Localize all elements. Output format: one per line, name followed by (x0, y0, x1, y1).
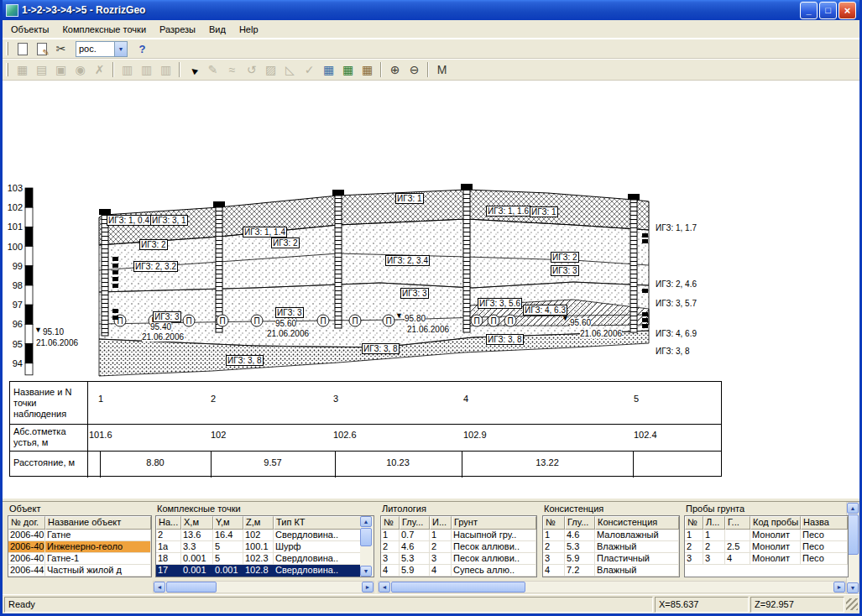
column-header[interactable]: Х,м (181, 516, 213, 530)
menu-item-0[interactable]: Объекты (4, 22, 55, 37)
cut-icon[interactable]: ✂ (51, 40, 71, 58)
table-row[interactable]: 180.0015102.3Свердловина.. (156, 553, 374, 565)
column-header[interactable]: № дог. (8, 516, 45, 530)
table-cell: 102.8 (243, 565, 274, 577)
scroll-up-arrow[interactable]: ▲ (360, 516, 372, 527)
tables-hscrollbar[interactable]: ◄ ► (378, 581, 846, 593)
obs-distance: 8.80 (146, 457, 164, 467)
section-annotation: 95.60 (275, 319, 296, 328)
table-row[interactable]: 11МонолитПесо (685, 530, 848, 541)
table-row[interactable]: 24.62Песок аллюви.. (381, 541, 536, 553)
maximize-button[interactable]: □ (819, 2, 837, 19)
page-icon (18, 43, 28, 55)
minimize-button[interactable]: _ (800, 2, 818, 19)
language-combobox[interactable]: рос. ▼ (76, 41, 128, 57)
toolbar-grip[interactable] (6, 42, 8, 55)
column-header[interactable]: № (381, 516, 400, 530)
section-annotation: ИГЗ: 2, 4.6 (656, 279, 697, 289)
scroll-left-arrow[interactable]: ◄ (379, 582, 390, 593)
table-cell: 2 (703, 541, 725, 553)
menu-item-2[interactable]: Разрезы (153, 22, 202, 37)
section-annotation: ИГЗ: 3, 8 (656, 347, 690, 356)
globe-icon: ◉ (71, 61, 90, 79)
scroll-right-arrow[interactable]: ► (833, 582, 845, 593)
menu-item-4[interactable]: Help (232, 22, 265, 37)
table-row[interactable]: 170.0010.001102.8Свердловина.. (156, 565, 374, 577)
scroll-right-arrow[interactable]: ► (362, 582, 374, 593)
table-cell: 4 (725, 553, 750, 565)
scroll-up-arrow[interactable]: ▲ (847, 503, 859, 514)
column-header[interactable]: Г... (725, 516, 750, 530)
column-header[interactable]: Y,м (213, 516, 243, 530)
toolbar-grip[interactable] (6, 63, 8, 76)
column-header[interactable]: Глу... (565, 516, 595, 530)
resize-grip[interactable] (846, 598, 858, 610)
table-row[interactable]: 1а3.35100.1Шурф (156, 541, 374, 553)
table-cell: Частный жилой д (45, 565, 151, 577)
table-row[interactable]: 14.6Маловлажный (543, 530, 679, 541)
menu-item-1[interactable]: Комплексные точки (55, 22, 153, 37)
points-grid-hscrollbar[interactable]: ◄ ► (153, 581, 374, 593)
scrollbar-thumb[interactable] (166, 582, 217, 593)
table-row[interactable]: 25.3Влажный (543, 541, 679, 553)
section-annotation: ▼ (34, 326, 42, 335)
table-row[interactable]: 45.94Супесь аллю.. (381, 565, 536, 577)
table-cell: 4 (543, 565, 565, 577)
table-row[interactable]: 2006-40Инженерно-геоло (8, 541, 151, 553)
table-row[interactable]: 213.616.4102Свердловина.. (156, 530, 374, 541)
table-row[interactable]: 10.71Насыпной гру.. (381, 530, 536, 541)
table-row[interactable]: 2006-40Гатне (8, 530, 151, 541)
column-header[interactable]: Назва (801, 516, 848, 530)
scale-mode-icon[interactable]: M (432, 61, 452, 79)
grid-vertical-scrollbar[interactable]: ▲▼ (360, 516, 374, 577)
lithology-table-icon[interactable]: ▦ (319, 61, 338, 79)
column-header[interactable]: Л... (703, 516, 725, 530)
close-button[interactable]: × (838, 2, 856, 19)
panel-title: Объект (9, 504, 40, 514)
column-header[interactable]: № (685, 516, 703, 530)
scroll-down-arrow[interactable]: ▼ (360, 566, 372, 577)
scroll-left-arrow[interactable]: ◄ (154, 582, 165, 593)
edit-document-icon[interactable]: ✎ (32, 40, 51, 58)
scroll-down-arrow[interactable]: ▼ (847, 582, 859, 593)
column-header[interactable]: Глу... (400, 516, 430, 530)
column-header[interactable]: Консистенция (595, 516, 679, 530)
new-document-icon[interactable] (13, 40, 32, 58)
column-header[interactable]: Тип КТ (274, 516, 362, 530)
table-cell: Инженерно-геоло (45, 541, 151, 553)
ige-label: ИГЗ: 2 (551, 252, 579, 263)
table-cell: Монолит (750, 530, 801, 541)
zoom-out-icon[interactable]: ⊖ (405, 61, 424, 79)
section-annotation: 95.40 (150, 322, 171, 331)
zoom-in-icon[interactable]: ⊕ (385, 61, 405, 79)
column-header[interactable]: И... (430, 516, 452, 530)
column-header[interactable]: № (543, 516, 565, 530)
table-row[interactable]: 35.33Песок аллюви.. (381, 553, 536, 565)
table-row[interactable]: 2006-44Частный жилой д (8, 565, 151, 577)
section-annotation: 21.06.2006 (142, 332, 184, 342)
table-row[interactable]: 47.2Влажный (543, 565, 679, 577)
column-header[interactable]: Грунт (452, 516, 536, 530)
chevron-down-icon[interactable]: ▼ (114, 42, 127, 56)
table-row[interactable]: 2006-40Гатне-1 (8, 553, 151, 565)
table-cell: Гатне-1 (45, 553, 151, 565)
column-header[interactable]: Z,м (243, 516, 274, 530)
table-cell: 1а (156, 541, 181, 553)
column-header[interactable]: Код пробы (750, 516, 801, 530)
print-icon: ▥ (137, 61, 156, 79)
app-icon (6, 4, 18, 17)
table-row[interactable]: 222.5МонолитПесо (685, 541, 848, 553)
scrollbar-thumb[interactable] (391, 582, 525, 593)
help-icon[interactable]: ? (133, 40, 152, 58)
consistency-table-icon[interactable]: ▦ (338, 61, 358, 79)
table-row[interactable]: 334МонолитПесо (685, 553, 848, 565)
scrollbar-thumb[interactable] (360, 528, 372, 546)
table-row[interactable]: 35.9Пластичный (543, 553, 679, 565)
drawing-area[interactable]: 103102101100999897969594ПППППППППППП ИГЗ… (3, 81, 859, 499)
hatch-fill-icon: ▨ (261, 61, 280, 79)
menu-item-3[interactable]: Вид (202, 22, 232, 37)
column-header[interactable]: На... (156, 516, 181, 530)
scrollbar-thumb[interactable] (847, 514, 859, 555)
samples-table-icon[interactable]: ▦ (358, 61, 377, 79)
column-header[interactable]: Название объект (45, 516, 151, 530)
